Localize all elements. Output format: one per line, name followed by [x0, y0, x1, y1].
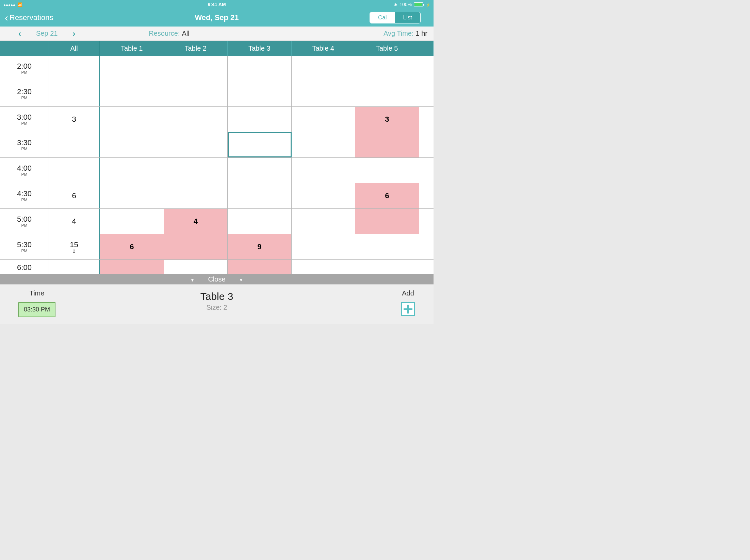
schedule-cell[interactable] [292, 158, 356, 183]
footer-panel: Time 03:30 PM Table 3 Size: 2 Add [0, 284, 434, 324]
schedule-cell[interactable] [100, 158, 164, 183]
avg-time-display: Avg Time: 1 hr [384, 30, 427, 37]
schedule-cell[interactable]: 6 [355, 183, 419, 208]
schedule-cell[interactable] [355, 158, 419, 183]
all-summary-cell[interactable]: 3 [49, 107, 100, 132]
schedule-cell[interactable] [355, 234, 419, 259]
cell-value: 6 [130, 242, 134, 251]
schedule-cell[interactable] [100, 209, 164, 234]
all-summary-cell[interactable] [49, 260, 100, 274]
column-header-table-2[interactable]: Table 2 [164, 41, 228, 56]
time-cell: 6:00 [0, 260, 49, 274]
time-value: 5:00 [17, 215, 32, 224]
column-header-table-3[interactable]: Table 3 [228, 41, 292, 56]
cell-value: 4 [194, 217, 198, 226]
schedule-cell[interactable]: 9 [228, 234, 292, 259]
back-button[interactable]: ‹ Reservations [5, 13, 53, 23]
schedule-cell[interactable] [228, 158, 292, 183]
schedule-cell[interactable] [100, 132, 164, 157]
column-header-all[interactable]: All [49, 41, 100, 56]
all-summary-cell[interactable] [49, 132, 100, 157]
schedule-cell[interactable] [164, 234, 228, 259]
status-left [3, 2, 22, 7]
all-count: 4 [72, 217, 76, 226]
grid-body[interactable]: 2:00PM2:30PM3:00PM333:30PM4:00PM4:30PM66… [0, 56, 434, 274]
segment-cal[interactable]: Cal [370, 12, 395, 23]
schedule-cell[interactable] [292, 107, 356, 132]
charging-icon [425, 2, 430, 7]
segment-list[interactable]: List [395, 12, 420, 23]
all-summary-cell[interactable]: 4 [49, 209, 100, 234]
schedule-cell[interactable] [164, 158, 228, 183]
schedule-cell[interactable] [292, 132, 356, 157]
chevron-down-icon [191, 275, 195, 283]
all-count: 3 [72, 115, 76, 124]
overflow-cell [419, 209, 434, 234]
schedule-cell[interactable]: 6 [100, 234, 164, 259]
schedule-cell[interactable] [355, 260, 419, 274]
schedule-cell[interactable] [228, 260, 292, 274]
schedule-cell[interactable] [228, 183, 292, 208]
all-count: 6 [72, 191, 76, 200]
schedule-cell[interactable] [164, 132, 228, 157]
time-value: 3:30 [17, 138, 32, 147]
close-panel-strip[interactable]: Close [0, 274, 434, 284]
grid-row: 6:00 [0, 260, 434, 274]
schedule-cell[interactable] [292, 183, 356, 208]
plus-icon [407, 305, 409, 313]
schedule-cell[interactable] [292, 81, 356, 106]
schedule-cell[interactable] [228, 132, 292, 157]
all-summary-cell[interactable] [49, 158, 100, 183]
size-value: 2 [223, 304, 227, 311]
schedule-cell[interactable] [292, 234, 356, 259]
column-header-table-4[interactable]: Table 4 [292, 41, 356, 56]
schedule-cell[interactable] [292, 209, 356, 234]
schedule-cell[interactable] [228, 107, 292, 132]
schedule-cell[interactable]: 3 [355, 107, 419, 132]
overflow-cell [419, 56, 434, 81]
next-day-button[interactable]: › [72, 29, 75, 38]
schedule-cell[interactable] [100, 107, 164, 132]
column-header-table-1[interactable]: Table 1 [100, 41, 164, 56]
schedule-cell[interactable] [100, 56, 164, 81]
schedule-cell[interactable] [355, 209, 419, 234]
all-summary-cell[interactable]: 6 [49, 183, 100, 208]
prev-day-button[interactable]: ‹ [18, 29, 21, 38]
schedule-cell[interactable]: 4 [164, 209, 228, 234]
schedule-cell[interactable] [228, 81, 292, 106]
schedule-cell[interactable] [164, 107, 228, 132]
schedule-cell[interactable] [164, 260, 228, 274]
date-navigator: ‹ Sep 21 › [18, 29, 75, 38]
size-label: Size: [206, 304, 221, 311]
column-header-table-5[interactable]: Table 5 [355, 41, 419, 56]
all-summary-cell[interactable] [49, 81, 100, 106]
schedule-cell[interactable] [355, 132, 419, 157]
overflow-cell [419, 158, 434, 183]
grid-row: 4:30PM66 [0, 183, 434, 209]
schedule-cell[interactable] [228, 56, 292, 81]
schedule-cell[interactable] [228, 209, 292, 234]
schedule-cell[interactable] [164, 81, 228, 106]
schedule-cell[interactable] [355, 56, 419, 81]
selected-resource-title: Table 3 [200, 291, 233, 302]
all-summary-cell[interactable]: 152 [49, 234, 100, 259]
time-cell: 2:00PM [0, 56, 49, 81]
wifi-icon [17, 2, 22, 7]
current-date-label[interactable]: Sep 21 [36, 30, 58, 37]
add-reservation-button[interactable] [401, 302, 415, 316]
schedule-cell[interactable] [100, 81, 164, 106]
cell-value: 9 [257, 242, 261, 251]
schedule-cell[interactable] [100, 183, 164, 208]
all-summary-cell[interactable] [49, 56, 100, 81]
schedule-cell[interactable] [164, 183, 228, 208]
schedule-cell[interactable] [100, 260, 164, 274]
time-picker-button[interactable]: 03:30 PM [18, 302, 55, 317]
schedule-cell[interactable] [292, 56, 356, 81]
time-ampm: PM [21, 249, 28, 253]
resource-filter[interactable]: Resource: All [149, 30, 189, 37]
schedule-cell[interactable] [292, 260, 356, 274]
footer-center: Table 3 Size: 2 [200, 291, 233, 311]
schedule-cell[interactable] [355, 81, 419, 106]
schedule-cell[interactable] [164, 56, 228, 81]
status-right: 100% [394, 2, 430, 7]
